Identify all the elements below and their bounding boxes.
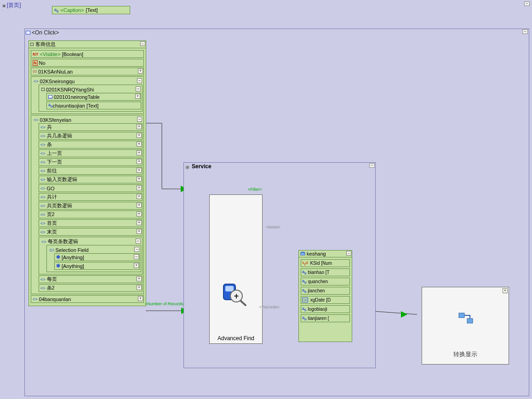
field-row[interactable]: ab quanchen (301, 278, 350, 285)
list-item[interactable]: <>下一页+ (39, 158, 143, 166)
collapse-button[interactable]: – (137, 78, 142, 83)
element-icon: <> (41, 239, 46, 244)
expand-button[interactable]: + (137, 124, 142, 129)
expand-button[interactable]: + (137, 194, 142, 199)
group-03-header[interactable]: <> 03KSfenyelan – (32, 116, 143, 123)
service-header[interactable]: Service (184, 163, 375, 170)
panel-icon (41, 88, 45, 91)
group-02: <> 02KSneirongqu – 0201KSNRQYangShi – (31, 76, 144, 114)
panel-icon (30, 43, 34, 46)
expand-button[interactable]: + (137, 211, 142, 217)
list-item[interactable]: <>共页数逻辑+ (39, 202, 143, 210)
expand-button[interactable]: + (137, 150, 142, 155)
expand-button[interactable]: + (137, 133, 142, 138)
caption-box[interactable]: ab <Caption> [Text] (52, 6, 130, 14)
list-item[interactable]: <>条2+ (39, 284, 143, 292)
convert-expand-button[interactable]: + (503, 288, 508, 293)
row-020101[interactable]: 020101neirongTable + (46, 93, 141, 101)
expand-button[interactable]: + (137, 185, 142, 190)
visible-row[interactable]: NY <Visible> [Boolean] (31, 50, 144, 58)
list-item[interactable]: <>共+ (39, 123, 143, 131)
list-item[interactable]: <>每页+ (39, 275, 143, 283)
tree-collapse-button[interactable]: – (140, 41, 145, 46)
field-row[interactable]: ab tianjiaren [ (301, 314, 350, 322)
expand-button[interactable]: – (134, 254, 139, 259)
no-row[interactable]: N No (31, 59, 144, 67)
expand-button[interactable]: + (137, 285, 142, 290)
keshang-collapse-button[interactable]: – (346, 251, 351, 256)
svg-rect-13 (301, 253, 305, 255)
field-row[interactable]: 123 KSid [Num (301, 259, 350, 267)
keshang-panel: keshang – 123 KSid [Numab bianhao [Tab q… (298, 250, 352, 342)
value-row[interactable]: ✱ [Anything]– (54, 253, 140, 261)
group-03: <> 03KSfenyelan – <>共+<>共几条逻辑+<>条+<>上一页+… (31, 115, 144, 294)
collapse-button[interactable]: – (136, 239, 141, 244)
list-item[interactable]: <>页2+ (39, 211, 143, 218)
field-row[interactable]: ab logobiaoji (301, 305, 350, 313)
group-0201: 0201KSNRQYangShi – 020101neirongTable + (39, 85, 143, 112)
expand-button[interactable]: + (137, 142, 142, 147)
list-item[interactable]: <>GO+ (39, 184, 143, 192)
field-row[interactable]: ab jianchen (301, 287, 350, 295)
list-item[interactable]: <>条+ (39, 141, 143, 148)
list-item[interactable]: <>首页+ (39, 219, 143, 227)
svg-rect-15 (467, 319, 473, 323)
group-0201-header[interactable]: 0201KSNRQYangShi – (40, 86, 141, 93)
collapse-button[interactable]: – (136, 86, 141, 91)
db-icon (300, 251, 305, 256)
element-icon: <> (34, 118, 39, 122)
expand-button[interactable]: + (137, 168, 142, 173)
list-item[interactable]: <>输入页数逻辑+ (39, 176, 143, 183)
options-row[interactable]: ✱ [Anything]+ (54, 262, 140, 270)
element-icon: <> (33, 297, 38, 302)
expand-button[interactable]: + (135, 94, 140, 99)
collapse-button[interactable]: – (134, 247, 139, 252)
tree-header[interactable]: 客商信息 – (29, 41, 146, 48)
element-icon: <> (40, 230, 46, 234)
no-icon: N (33, 60, 38, 66)
keshang-header[interactable]: keshang – (299, 251, 352, 257)
list-item[interactable]: <>共几条逻辑+ (39, 132, 143, 140)
expand-button[interactable]: + (137, 203, 142, 208)
expand-button[interactable]: + (138, 68, 143, 74)
expand-button[interactable]: + (137, 159, 142, 164)
selection-header[interactable]: ⊙ISelection Field– (48, 246, 140, 253)
magnifier-icon: + (221, 282, 248, 308)
expand-button[interactable]: + (137, 229, 142, 234)
diagram-canvas: 客商信息 – NY <Visible> [Boolean] N No 01KSA… (29, 37, 527, 394)
page-collapse-button[interactable]: – (524, 1, 530, 6)
none-label: <None> (266, 225, 280, 229)
service-collapse-button[interactable]: – (369, 163, 375, 168)
number-icon: 123 (302, 261, 308, 266)
list-item[interactable]: <>末页+ (39, 228, 143, 236)
element-icon: <> (40, 160, 46, 165)
expand-button[interactable]: + (134, 263, 139, 268)
advanced-find-node[interactable]: + Advanced Find (209, 194, 263, 344)
expand-button[interactable]: + (137, 220, 142, 225)
list-item[interactable]: <>前往+ (39, 167, 143, 175)
onclick-title: <On Click> (32, 29, 59, 36)
list-item[interactable]: <>共计+ (39, 193, 143, 201)
text-type-icon: ab (48, 103, 53, 108)
convert-node[interactable]: + 转换显示 (422, 287, 509, 365)
collapse-button[interactable]: – (137, 117, 142, 122)
field-row[interactable]: 10 xgDate [D (301, 296, 350, 304)
any-icon: ✱ (56, 254, 60, 260)
expand-button[interactable]: + (137, 276, 142, 281)
row-04[interactable]: <> 04banquanlan + (31, 295, 144, 303)
onclick-collapse-button[interactable]: – (522, 29, 528, 34)
row-01[interactable]: 01KSAnNiuLan + (31, 68, 144, 75)
row-chaxun[interactable]: ab chaxuntiaojian [Text] (46, 102, 141, 109)
group-02-header[interactable]: <> 02KSneirongqu – (32, 78, 143, 85)
expand-button[interactable]: + (138, 296, 143, 301)
page-root-label: ▣[首页] (2, 1, 21, 9)
field-row[interactable]: ab bianhao [T (301, 268, 350, 276)
each-header[interactable]: <>每页条数逻辑– (40, 238, 141, 245)
table-icon (48, 95, 52, 99)
expand-button[interactable]: + (137, 177, 142, 182)
caption-type: [Text] (86, 7, 97, 13)
element-icon: <> (40, 169, 46, 173)
list-item[interactable]: <>上一页+ (39, 149, 143, 157)
element-icon: <> (40, 134, 46, 138)
numrecords-label: <Number of Records> (145, 302, 186, 306)
